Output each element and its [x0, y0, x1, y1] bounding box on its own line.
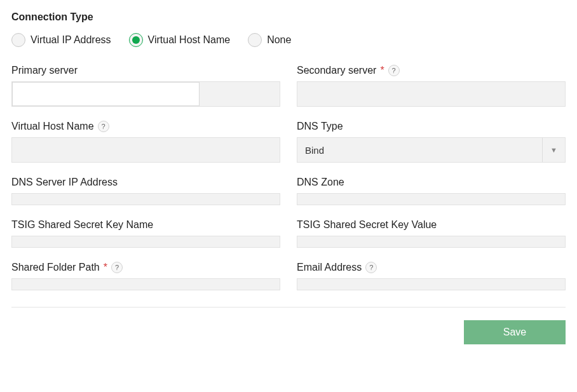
field-label: Secondary server* ?: [297, 65, 566, 76]
field-label: Email Address ?: [297, 262, 566, 273]
label-text: Primary server: [11, 65, 78, 76]
select-value: Bind: [297, 138, 542, 162]
dns-server-ip-input[interactable]: [11, 193, 280, 205]
label-text: TSIG Shared Secret Key Name: [11, 219, 153, 231]
divider: [11, 307, 566, 308]
radio-icon: [129, 33, 143, 47]
help-icon[interactable]: ?: [98, 121, 109, 132]
dns-zone-input[interactable]: [297, 193, 566, 205]
field-primary-server: Primary server: [11, 65, 280, 107]
radio-label: Virtual Host Name: [148, 34, 231, 46]
help-icon[interactable]: ?: [388, 65, 400, 76]
field-label: TSIG Shared Secret Key Value: [297, 219, 566, 231]
radio-none[interactable]: None: [248, 33, 291, 47]
save-button[interactable]: Save: [464, 320, 566, 344]
label-text: Shared Folder Path: [11, 262, 100, 273]
radio-label: None: [267, 34, 291, 46]
field-secondary-server: Secondary server* ?: [297, 65, 566, 107]
shared-folder-path-input[interactable]: [11, 278, 280, 290]
field-label: Primary server: [11, 65, 280, 76]
field-dns-type: DNS Type Bind ▼: [297, 121, 566, 163]
label-text: TSIG Shared Secret Key Value: [297, 219, 437, 231]
label-text: Virtual Host Name: [11, 121, 94, 132]
help-icon[interactable]: ?: [365, 262, 377, 273]
required-asterisk: *: [104, 262, 107, 273]
tsig-key-value-input[interactable]: [297, 236, 566, 248]
secondary-server-input[interactable]: [297, 81, 566, 107]
tsig-key-name-input[interactable]: [11, 236, 280, 248]
field-shared-folder-path: Shared Folder Path* ?: [11, 262, 280, 290]
field-label: Shared Folder Path* ?: [11, 262, 280, 273]
label-text: Email Address: [297, 262, 362, 273]
label-text: DNS Server IP Address: [11, 177, 118, 188]
field-label: TSIG Shared Secret Key Name: [11, 219, 280, 231]
label-text: DNS Type: [297, 121, 343, 132]
field-label: DNS Server IP Address: [11, 177, 280, 188]
field-tsig-key-name: TSIG Shared Secret Key Name: [11, 219, 280, 248]
field-dns-server-ip: DNS Server IP Address: [11, 177, 280, 205]
field-email-address: Email Address ?: [297, 262, 566, 290]
primary-server-input[interactable]: [12, 82, 200, 106]
connection-type-radio-group: Virtual IP Address Virtual Host Name Non…: [11, 33, 566, 47]
field-virtual-host-name: Virtual Host Name ?: [11, 121, 280, 163]
primary-server-wrapper: [11, 81, 280, 107]
radio-virtual-host[interactable]: Virtual Host Name: [129, 33, 231, 47]
help-icon[interactable]: ?: [111, 262, 123, 273]
email-address-input[interactable]: [297, 278, 566, 290]
field-label: DNS Zone: [297, 177, 566, 188]
label-text: DNS Zone: [297, 177, 344, 188]
field-label: DNS Type: [297, 121, 566, 132]
radio-icon: [248, 33, 262, 47]
section-title: Connection Type: [11, 11, 566, 23]
field-label: Virtual Host Name ?: [11, 121, 280, 132]
field-tsig-key-value: TSIG Shared Secret Key Value: [297, 219, 566, 248]
virtual-host-name-input[interactable]: [11, 137, 280, 163]
footer: Save: [11, 320, 566, 344]
radio-virtual-ip[interactable]: Virtual IP Address: [11, 33, 111, 47]
radio-icon: [11, 33, 25, 47]
field-dns-zone: DNS Zone: [297, 177, 566, 205]
radio-label: Virtual IP Address: [31, 34, 111, 46]
chevron-down-icon: ▼: [542, 138, 565, 162]
label-text: Secondary server: [297, 65, 376, 76]
form-grid: Primary server Secondary server* ? Virtu…: [11, 65, 566, 290]
required-asterisk: *: [380, 65, 384, 76]
dns-type-select[interactable]: Bind ▼: [297, 137, 566, 163]
